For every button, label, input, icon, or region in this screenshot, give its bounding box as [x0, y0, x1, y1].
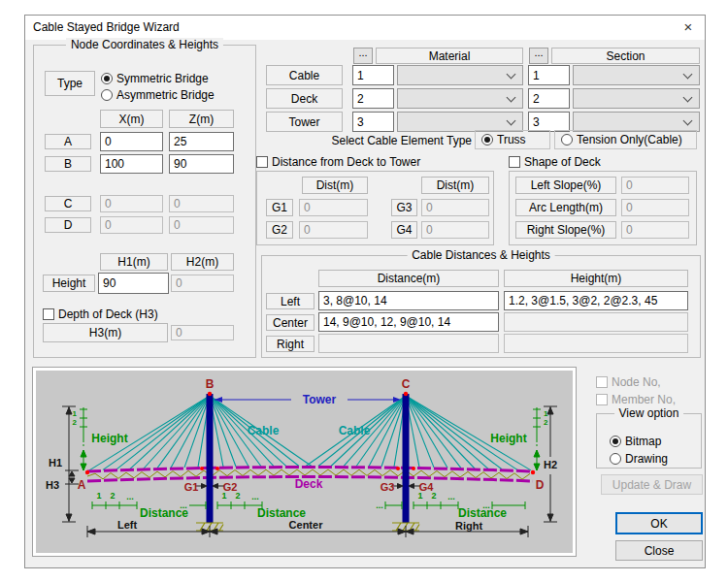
height-label-right: Height [490, 432, 526, 445]
tower-section-combo[interactable] [573, 112, 700, 132]
h1-column-header: H1(m) [100, 253, 168, 271]
bitmap-label: Bitmap [625, 435, 661, 448]
distance-label-left: Distance [140, 506, 188, 520]
deck-material-number-input[interactable] [352, 88, 394, 109]
distance-deck-tower-checkbox[interactable]: Distance from Deck to Tower [256, 155, 450, 169]
element-type-label: Select Cable Element Type [321, 134, 472, 147]
asymmetric-bridge-radio[interactable]: Asymmetric Bridge [101, 88, 248, 102]
dist-header-1: Dist(m) [302, 177, 368, 194]
close-icon[interactable]: × [674, 16, 703, 39]
shape-of-deck-label: Shape of Deck [524, 155, 601, 169]
chevron-down-icon [507, 70, 516, 80]
center-distance-input[interactable] [318, 312, 499, 332]
checkbox-icon [596, 394, 608, 405]
member-no-checkbox: Member No, [596, 393, 703, 406]
node-d-x-input [100, 216, 163, 234]
member-no-label: Member No, [612, 393, 676, 406]
cable-material-combo[interactable] [397, 65, 523, 85]
g4-label: G4 [391, 221, 417, 239]
node-a-x-input[interactable] [100, 132, 163, 151]
tension-only-label: Tension Only(Cable) [577, 133, 682, 146]
tower-material-combo[interactable] [397, 112, 523, 132]
right-row-label: Right [266, 336, 314, 352]
tower-material-number-input[interactable] [352, 112, 394, 132]
center-row-label: Center [266, 314, 314, 331]
row-b-label: B [45, 156, 91, 172]
symmetric-bridge-radio[interactable]: Symmetric Bridge [101, 72, 248, 85]
ok-button[interactable]: OK [615, 512, 703, 534]
x-column-header: X(m) [100, 110, 163, 128]
node-a-z-input[interactable] [169, 132, 234, 151]
left-height-input[interactable] [504, 291, 688, 310]
arc-length-input [621, 199, 689, 216]
deck-material-combo[interactable] [397, 88, 523, 109]
height-label-left: Height [91, 432, 127, 445]
truss-radio[interactable]: Truss [475, 130, 550, 149]
cable-section-number-input[interactable] [528, 65, 570, 85]
cable-section-combo[interactable] [573, 65, 700, 85]
node-coordinates-title: Node Coordinates & Heights [66, 38, 223, 51]
height-ticks-right [533, 407, 541, 470]
g1-input [299, 199, 368, 216]
cable-row-label: Cable [266, 65, 343, 85]
node-c-diagram-label: C [402, 377, 411, 391]
bridge-diagram: Tower H1 H3 H2 [33, 368, 576, 556]
node-b-diagram-label: B [206, 377, 215, 391]
update-draw-button: Update & Draw [601, 474, 703, 495]
cable-distances-title: Cable Distances & Heights [407, 248, 555, 262]
node-b-z-input[interactable] [169, 154, 234, 174]
material-browse-button[interactable]: ... [353, 48, 373, 64]
height-tick-1-right: 1 [544, 409, 548, 418]
z-column-header: Z(m) [169, 110, 234, 128]
section-browse-button[interactable]: ... [529, 48, 548, 64]
drawing-radio[interactable]: Drawing [610, 452, 697, 466]
g4-input [421, 221, 489, 239]
deck-row-label: Deck [266, 88, 343, 109]
right-distance-input [318, 334, 499, 353]
shape-of-deck-checkbox[interactable]: Shape of Deck [509, 155, 654, 169]
distance-label-right: Distance [458, 506, 507, 520]
radio-icon [561, 134, 573, 146]
g1-diagram-label: G1 [184, 481, 199, 493]
span-center-label: Center [289, 519, 324, 531]
left-distance-input[interactable] [318, 291, 499, 310]
tension-only-radio[interactable]: Tension Only(Cable) [554, 130, 697, 149]
deck-section-combo[interactable] [573, 88, 700, 109]
close-button[interactable]: Close [615, 540, 703, 561]
h3-diagram-label: H3 [46, 479, 59, 491]
tower-c [403, 394, 410, 523]
left-row-label: Left [266, 293, 314, 309]
section-header: Section [551, 48, 700, 64]
distance-label-center: Distance [257, 506, 306, 520]
dist-dots: ... [447, 492, 455, 501]
chevron-down-icon [507, 93, 516, 103]
dist-dots: ... [251, 492, 259, 501]
checkbox-icon [509, 156, 520, 168]
deck-section-number-input[interactable] [528, 88, 570, 109]
height-tick-2-right: 2 [544, 418, 548, 427]
titlebar: Cable Stayed Bridge Wizard × [25, 16, 705, 40]
height-column-header: Height(m) [504, 270, 688, 287]
tower-b [207, 394, 214, 523]
g1-label: G1 [266, 199, 293, 216]
dist-header-2: Dist(m) [421, 177, 489, 194]
h2-input [171, 275, 234, 292]
node-b-x-input[interactable] [100, 154, 163, 174]
g2-diagram-label: G2 [223, 481, 238, 493]
h1-input[interactable] [98, 273, 169, 294]
right-slope-label: Right Slope(%) [515, 221, 616, 239]
left-slope-input [621, 177, 689, 194]
checkbox-icon [256, 156, 268, 168]
cable-material-number-input[interactable] [352, 65, 394, 85]
tower-section-number-input[interactable] [528, 112, 570, 132]
g3-diagram-label: G3 [381, 481, 395, 493]
cable-stayed-bridge-wizard-dialog: Cable Stayed Bridge Wizard × Node Coordi… [24, 15, 706, 568]
h2-diagram-label: H2 [544, 459, 557, 470]
dist-dots: ... [126, 492, 134, 501]
bitmap-radio[interactable]: Bitmap [610, 435, 697, 448]
radio-icon [101, 89, 113, 101]
bridge-svg: Tower H1 H3 H2 [36, 371, 573, 553]
depth-of-deck-checkbox[interactable]: Depth of Deck (H3) [43, 307, 237, 321]
g2-label: G2 [266, 221, 293, 239]
row-c-label: C [45, 196, 91, 211]
